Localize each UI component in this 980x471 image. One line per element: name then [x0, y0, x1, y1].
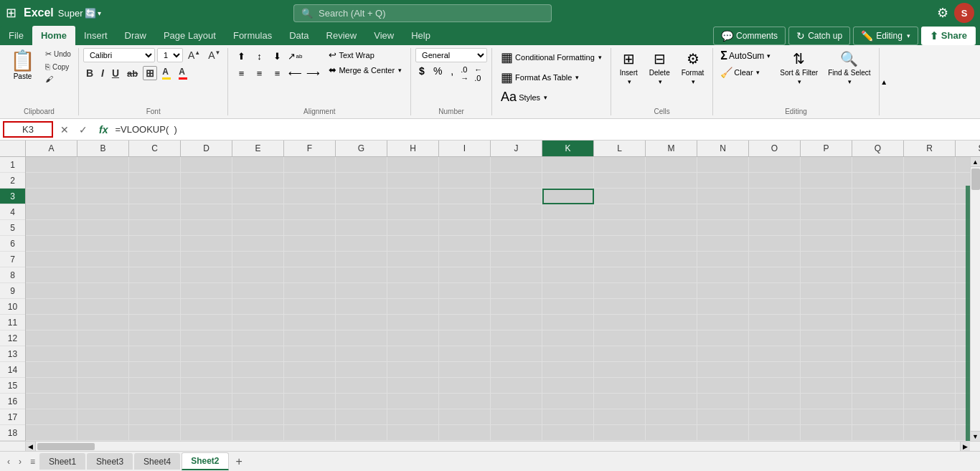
- tab-draw[interactable]: Draw: [116, 26, 155, 45]
- cell-L13[interactable]: [594, 346, 646, 362]
- cell-O8[interactable]: [749, 267, 801, 283]
- cell-R9[interactable]: [904, 283, 956, 299]
- cell-L5[interactable]: [594, 220, 646, 236]
- cell-J6[interactable]: [491, 236, 542, 252]
- cell-E5[interactable]: [232, 220, 284, 236]
- sheet-nav-next[interactable]: ›: [14, 455, 26, 468]
- cell-M7[interactable]: [646, 252, 697, 267]
- row-4[interactable]: 4: [0, 204, 25, 220]
- cell-E11[interactable]: [232, 315, 284, 330]
- tab-data[interactable]: Data: [281, 26, 317, 45]
- col-R[interactable]: R: [904, 141, 956, 156]
- cell-A5[interactable]: [26, 220, 77, 236]
- cell-P13[interactable]: [801, 346, 852, 362]
- row-12[interactable]: 12: [0, 330, 25, 346]
- cell-J16[interactable]: [491, 394, 542, 409]
- cell-K3[interactable]: [542, 189, 594, 204]
- cell-A16[interactable]: [26, 394, 77, 409]
- cell-P6[interactable]: [801, 236, 852, 252]
- cell-C13[interactable]: [129, 346, 181, 362]
- confirm-button[interactable]: ✓: [75, 123, 92, 137]
- cell-A4[interactable]: [26, 204, 77, 220]
- cell-B18[interactable]: [77, 425, 129, 441]
- cell-J1[interactable]: [491, 157, 542, 173]
- cell-G2[interactable]: [336, 173, 387, 189]
- cell-F12[interactable]: [284, 330, 336, 346]
- cell-A9[interactable]: [26, 283, 77, 299]
- cell-A7[interactable]: [26, 252, 77, 267]
- cell-D1[interactable]: [181, 157, 232, 173]
- cut-button[interactable]: ✂ Undo: [42, 48, 74, 60]
- cell-E1[interactable]: [232, 157, 284, 173]
- sheet-tab-sheet2[interactable]: Sheet2: [182, 452, 228, 470]
- sheet-tab-sheet4[interactable]: Sheet4: [134, 453, 180, 470]
- cell-H13[interactable]: [387, 346, 439, 362]
- cell-A12[interactable]: [26, 330, 77, 346]
- cell-M11[interactable]: [646, 315, 697, 330]
- cell-K8[interactable]: [542, 267, 594, 283]
- cell-B12[interactable]: [77, 330, 129, 346]
- cell-N5[interactable]: [697, 220, 749, 236]
- cell-L1[interactable]: [594, 157, 646, 173]
- cell-E4[interactable]: [232, 204, 284, 220]
- cell-Q5[interactable]: [852, 220, 904, 236]
- scroll-right-button[interactable]: ▶: [960, 442, 970, 451]
- comments-button[interactable]: 💬 Comments: [713, 27, 786, 45]
- scroll-thumb[interactable]: [971, 168, 980, 190]
- cell-B3[interactable]: [77, 189, 129, 204]
- cell-P5[interactable]: [801, 220, 852, 236]
- row-9[interactable]: 9: [0, 283, 25, 299]
- cell-L3[interactable]: [594, 189, 646, 204]
- cell-L12[interactable]: [594, 330, 646, 346]
- cell-K9[interactable]: [542, 283, 594, 299]
- cell-F14[interactable]: [284, 362, 336, 378]
- align-middle-button[interactable]: ↕: [250, 48, 268, 64]
- cell-Q11[interactable]: [852, 315, 904, 330]
- row-6[interactable]: 6: [0, 236, 25, 252]
- cell-I13[interactable]: [439, 346, 491, 362]
- cell-G5[interactable]: [336, 220, 387, 236]
- increase-font-button[interactable]: A▲: [185, 48, 203, 62]
- cell-P4[interactable]: [801, 204, 852, 220]
- col-N[interactable]: N: [697, 141, 749, 156]
- cell-S1[interactable]: [956, 157, 970, 173]
- cell-A10[interactable]: [26, 299, 77, 315]
- cell-J17[interactable]: [491, 409, 542, 425]
- cell-Q10[interactable]: [852, 299, 904, 315]
- cell-O10[interactable]: [749, 299, 801, 315]
- cell-C4[interactable]: [129, 204, 181, 220]
- col-A[interactable]: A: [26, 141, 77, 156]
- cell-O5[interactable]: [749, 220, 801, 236]
- sheet-nav-prev[interactable]: ‹: [3, 455, 14, 468]
- cell-R10[interactable]: [904, 299, 956, 315]
- cell-I2[interactable]: [439, 173, 491, 189]
- cell-P7[interactable]: [801, 252, 852, 267]
- col-I[interactable]: I: [439, 141, 491, 156]
- cell-J18[interactable]: [491, 425, 542, 441]
- cell-O14[interactable]: [749, 362, 801, 378]
- cell-name-box[interactable]: [3, 121, 53, 138]
- settings-button[interactable]: ⚙: [937, 5, 948, 21]
- cell-Q12[interactable]: [852, 330, 904, 346]
- cell-M17[interactable]: [646, 409, 697, 425]
- cell-I4[interactable]: [439, 204, 491, 220]
- cell-P1[interactable]: [801, 157, 852, 173]
- cell-E2[interactable]: [232, 173, 284, 189]
- share-button[interactable]: ⬆ Share: [921, 27, 976, 45]
- cell-G14[interactable]: [336, 362, 387, 378]
- cell-B6[interactable]: [77, 236, 129, 252]
- cell-O2[interactable]: [749, 173, 801, 189]
- cell-O1[interactable]: [749, 157, 801, 173]
- cell-F3[interactable]: [284, 189, 336, 204]
- cell-F1[interactable]: [284, 157, 336, 173]
- cell-O3[interactable]: [749, 189, 801, 204]
- bold-button[interactable]: B: [83, 66, 96, 80]
- cell-F11[interactable]: [284, 315, 336, 330]
- col-S[interactable]: S: [956, 141, 980, 156]
- cell-R2[interactable]: [904, 173, 956, 189]
- cell-K14[interactable]: [542, 362, 594, 378]
- cell-B1[interactable]: [77, 157, 129, 173]
- cell-D15[interactable]: [181, 378, 232, 394]
- cell-E15[interactable]: [232, 378, 284, 394]
- scroll-left-button[interactable]: ◀: [26, 442, 36, 451]
